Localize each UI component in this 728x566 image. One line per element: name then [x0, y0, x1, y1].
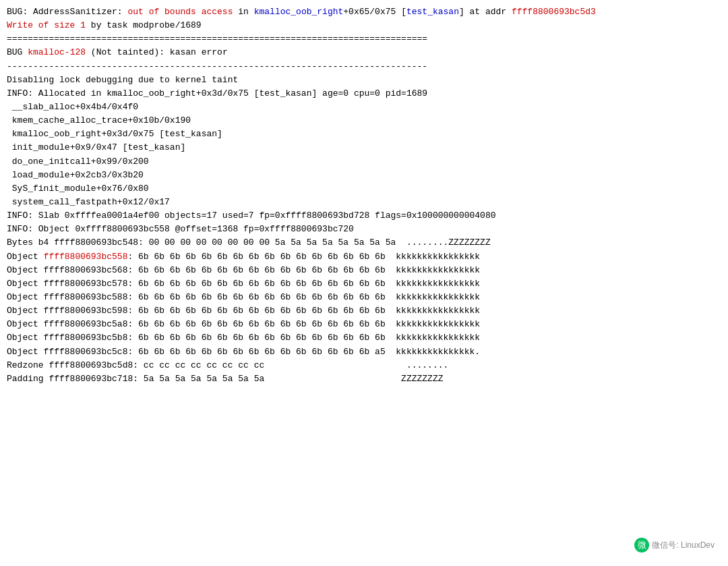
- line-system-call: system_call_fastpath+0x12/0x17: [7, 196, 721, 209]
- line-equals: ========================================…: [7, 32, 721, 46]
- line-info-slab: INFO: Slab 0xffffea0001a4ef00 objects=17…: [7, 209, 721, 223]
- watermark: 微 微信号: LinuxDev: [634, 538, 715, 553]
- line-object-2: Object ffff8800693bc568: 6b 6b 6b 6b 6b …: [7, 264, 721, 277]
- line-bug-header: BUG: AddressSanitizer: out of bounds acc…: [7, 5, 721, 19]
- line-object-5: Object ffff8800693bc598: 6b 6b 6b 6b 6b …: [7, 304, 721, 318]
- watermark-label: 微信号: LinuxDev: [652, 540, 715, 551]
- wechat-icon: 微: [634, 538, 649, 553]
- terminal-output: BUG: AddressSanitizer: out of bounds acc…: [7, 5, 721, 386]
- line-redzone: Redzone ffff8800693bc5d8: cc cc cc cc cc…: [7, 359, 721, 372]
- line-kmem-cache: kmem_cache_alloc_trace+0x10b/0x190: [7, 114, 721, 128]
- line-bytes: Bytes b4 ffff8800693bc548: 00 00 00 00 0…: [7, 236, 721, 250]
- line-bug-kmalloc: BUG kmalloc-128 (Not tainted): kasan err…: [7, 46, 721, 59]
- line-load-module: load_module+0x2cb3/0x3b20: [7, 169, 721, 182]
- line-dashes: ----------------------------------------…: [7, 60, 721, 74]
- line-object-1: Object ffff8800693bc558: 6b 6b 6b 6b 6b …: [7, 250, 721, 264]
- line-do-one: do_one_initcall+0x99/0x200: [7, 155, 721, 169]
- line-object-4: Object ffff8800693bc588: 6b 6b 6b 6b 6b …: [7, 291, 721, 304]
- line-write-size: Write of size 1 by task modprobe/1689: [7, 19, 721, 32]
- line-kmalloc-oob: kmalloc_oob_right+0x3d/0x75 [test_kasan]: [7, 128, 721, 141]
- line-init-module: init_module+0x9/0x47 [test_kasan]: [7, 141, 721, 154]
- line-object-6: Object ffff8800693bc5a8: 6b 6b 6b 6b 6b …: [7, 318, 721, 331]
- line-object-7: Object ffff8800693bc5b8: 6b 6b 6b 6b 6b …: [7, 331, 721, 345]
- line-padding: Padding ffff8800693bc718: 5a 5a 5a 5a 5a…: [7, 372, 721, 386]
- line-disabling: Disabling lock debugging due to kernel t…: [7, 74, 721, 87]
- line-object-8: Object ffff8800693bc5c8: 6b 6b 6b 6b 6b …: [7, 345, 721, 359]
- line-object-3: Object ffff8800693bc578: 6b 6b 6b 6b 6b …: [7, 277, 721, 291]
- line-sys-finit: SyS_finit_module+0x76/0x80: [7, 182, 721, 196]
- line-info-allocated: INFO: Allocated in kmalloc_oob_right+0x3…: [7, 87, 721, 101]
- line-slab-alloc: __slab_alloc+0x4b4/0x4f0: [7, 101, 721, 114]
- line-info-object: INFO: Object 0xffff8800693bc558 @offset=…: [7, 223, 721, 236]
